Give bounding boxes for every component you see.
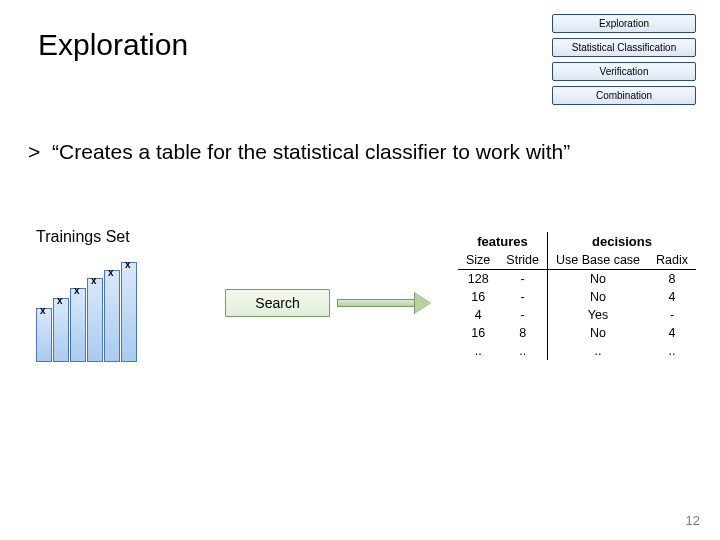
nav-combination[interactable]: Combination <box>552 86 696 105</box>
trainings-set-label: Trainings Set <box>36 228 156 246</box>
bar-mark: x <box>57 295 63 306</box>
nav-stack: Exploration Statistical Classification V… <box>552 14 696 110</box>
cell-size: 4 <box>458 306 498 324</box>
cell-size: .. <box>458 342 498 360</box>
table-row: 16 8 No 4 <box>458 324 696 342</box>
trainings-set-block: Trainings Set x x x x x x <box>36 228 156 362</box>
results-table: features decisions Size Stride Use Base … <box>458 232 696 360</box>
col-stride: Stride <box>498 251 547 270</box>
cell-stride: - <box>498 288 547 306</box>
bar-item: x <box>87 278 103 362</box>
table-row: .. .. .. .. <box>458 342 696 360</box>
cell-radix: .. <box>648 342 696 360</box>
col-base: Use Base case <box>547 251 648 270</box>
bar-item: x <box>104 270 120 362</box>
cell-size: 16 <box>458 288 498 306</box>
bar-mark: x <box>108 267 114 278</box>
col-size: Size <box>458 251 498 270</box>
search-box: Search <box>225 289 330 317</box>
quote-text: “Creates a table for the statistical cla… <box>52 140 570 163</box>
quote-line: > “Creates a table for the statistical c… <box>28 140 690 164</box>
cell-base: No <box>547 288 648 306</box>
bar-mark: x <box>91 275 97 286</box>
col-radix: Radix <box>648 251 696 270</box>
nav-statistical-classification[interactable]: Statistical Classification <box>552 38 696 57</box>
cell-radix: - <box>648 306 696 324</box>
bar-mark: x <box>40 305 46 316</box>
cell-size: 128 <box>458 270 498 289</box>
bullet-caret: > <box>28 140 40 163</box>
cell-stride: 8 <box>498 324 547 342</box>
bar-mark: x <box>125 259 131 270</box>
cell-stride: - <box>498 306 547 324</box>
group-header-decisions: decisions <box>547 232 696 251</box>
cell-radix: 8 <box>648 270 696 289</box>
page-title: Exploration <box>38 28 188 62</box>
table-row: 128 - No 8 <box>458 270 696 289</box>
page-number: 12 <box>686 513 700 528</box>
cell-stride: - <box>498 270 547 289</box>
cell-radix: 4 <box>648 288 696 306</box>
group-header-features: features <box>458 232 547 251</box>
trainings-bars: x x x x x x <box>36 252 156 362</box>
bar-item: x <box>53 298 69 362</box>
search-block: Search <box>225 289 440 317</box>
nav-verification[interactable]: Verification <box>552 62 696 81</box>
table-row: 16 - No 4 <box>458 288 696 306</box>
cell-base: .. <box>547 342 648 360</box>
bar-mark: x <box>74 285 80 296</box>
nav-exploration[interactable]: Exploration <box>552 14 696 33</box>
cell-stride: .. <box>498 342 547 360</box>
cell-base: No <box>547 324 648 342</box>
cell-radix: 4 <box>648 324 696 342</box>
bar-item: x <box>70 288 86 362</box>
table-row: 4 - Yes - <box>458 306 696 324</box>
cell-base: Yes <box>547 306 648 324</box>
bar-item: x <box>36 308 52 362</box>
arrow-icon <box>337 295 432 311</box>
cell-base: No <box>547 270 648 289</box>
bar-item: x <box>121 262 137 362</box>
cell-size: 16 <box>458 324 498 342</box>
